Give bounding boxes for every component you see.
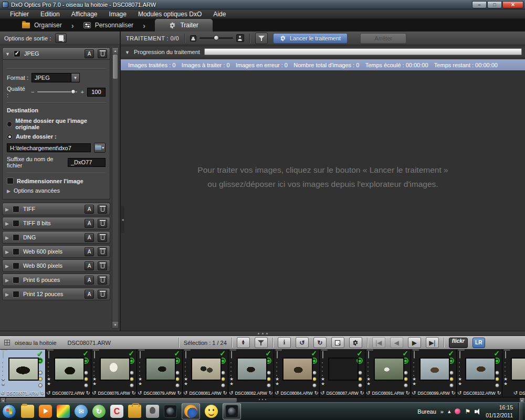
dxo-camera-active-icon[interactable]	[225, 405, 238, 418]
thumbnail-cell[interactable]: DSC08087.ARW	[320, 350, 365, 397]
other-folder-radio[interactable]	[7, 134, 13, 140]
delete-preset-button[interactable]	[98, 247, 107, 256]
delete-preset-button[interactable]	[98, 276, 107, 285]
rename-preset-button[interactable]: A	[85, 49, 94, 58]
rotate-left-icon[interactable]	[92, 390, 96, 396]
thunderbird-icon[interactable]	[75, 405, 88, 418]
quality-plus-button[interactable]	[80, 89, 83, 95]
rotate-left-icon[interactable]	[457, 390, 461, 396]
thumbnail-photo[interactable]	[511, 358, 525, 381]
toolbox-icon[interactable]	[128, 405, 141, 418]
panel-collapse-handle[interactable]	[121, 206, 124, 233]
expand-arrow-icon[interactable]	[5, 291, 9, 297]
star-rating[interactable]	[458, 377, 462, 386]
expand-arrow-icon[interactable]	[5, 234, 9, 240]
hidden-icons-arrow[interactable]	[448, 408, 451, 415]
color-label-dots[interactable]	[267, 371, 271, 387]
color-label-dots[interactable]	[221, 371, 225, 387]
delete-preset-button[interactable]	[98, 49, 107, 58]
delete-preset-button[interactable]	[98, 205, 107, 214]
quality-value[interactable]: 100	[87, 88, 106, 97]
rotate-left-icon[interactable]	[513, 390, 518, 396]
thumbnail-cell[interactable]: DSC08079.ARW	[137, 350, 183, 397]
format-enabled-checkbox[interactable]	[13, 248, 19, 255]
jpeg-enabled-checkbox[interactable]	[14, 50, 20, 57]
rotate-right-icon[interactable]	[223, 390, 227, 396]
rotate-right-icon[interactable]	[406, 390, 410, 396]
delete-image-icon[interactable]	[368, 351, 369, 358]
minimize-button[interactable]: –	[472, 1, 487, 8]
output-format-row[interactable]: TIFF A	[2, 203, 110, 215]
thumbnail-photo[interactable]	[374, 358, 404, 381]
quality-minus-button[interactable]	[31, 89, 34, 95]
menu-item[interactable]: Image	[103, 9, 132, 18]
sort-button[interactable]: ▲▼	[237, 337, 250, 348]
last-image-button[interactable]: ▶|	[426, 337, 439, 348]
delete-preset-button[interactable]	[98, 233, 107, 242]
same-folder-radio[interactable]	[7, 121, 12, 127]
rotate-right-icon[interactable]	[452, 390, 456, 396]
color-label-dots[interactable]	[175, 371, 180, 387]
media-player-icon[interactable]	[39, 405, 52, 418]
delete-preset-button[interactable]	[98, 261, 107, 270]
color-label-dots[interactable]	[449, 371, 454, 387]
explorer-icon[interactable]	[21, 405, 34, 418]
thumbnail-cell[interactable]: DSC08084.ARW	[274, 350, 320, 397]
maximize-button[interactable]: □	[487, 1, 502, 8]
color-label-dots[interactable]	[38, 371, 43, 387]
destination-path-input[interactable]	[7, 143, 91, 152]
rotate-right-icon[interactable]	[497, 390, 501, 396]
lightroom-export-button[interactable]: LR	[472, 338, 485, 348]
browse-folder-button[interactable]	[94, 143, 106, 153]
format-select[interactable]: JPEG	[32, 73, 80, 82]
menu-item[interactable]: Fichier	[4, 9, 35, 18]
updater-icon[interactable]	[92, 405, 106, 418]
quality-slider-handle[interactable]	[71, 89, 76, 94]
image-viewer-icon[interactable]	[57, 405, 70, 418]
collapse-arrow-icon[interactable]	[125, 49, 130, 55]
rename-preset-button[interactable]: A	[85, 261, 94, 270]
resize-checkbox[interactable]	[7, 177, 14, 184]
thumbnail-cell[interactable]: DSC08099.ARW	[411, 350, 457, 397]
delete-preset-button[interactable]	[98, 290, 107, 299]
info-button[interactable]: i	[278, 337, 291, 348]
delete-image-icon[interactable]	[94, 351, 95, 358]
settings-button[interactable]	[349, 337, 362, 348]
thumbnail-cell[interactable]: DSC08072.ARW	[46, 350, 91, 397]
ccleaner-icon[interactable]	[110, 405, 123, 418]
thumbnail-cell[interactable]: DSC08076.ARW	[91, 350, 137, 397]
rename-preset-button[interactable]: A	[85, 219, 94, 228]
delete-image-icon[interactable]	[48, 351, 49, 358]
tab-personnaliser[interactable]: Personnaliser	[76, 19, 141, 32]
delete-preset-button[interactable]	[98, 219, 107, 228]
tab-traiter[interactable]: Traiter	[155, 19, 213, 32]
photo-portrait-icon[interactable]	[146, 405, 159, 418]
tab-organiser[interactable]: Organiser	[15, 19, 69, 32]
delete-image-icon[interactable]	[459, 351, 460, 358]
start-button[interactable]	[2, 404, 16, 418]
add-output-button[interactable]	[55, 33, 67, 43]
delete-image-icon[interactable]	[140, 351, 141, 358]
desktop-toolbar-label[interactable]: Bureau	[417, 408, 436, 415]
rotate-left-icon[interactable]	[366, 390, 370, 396]
rotate-right-icon[interactable]	[314, 390, 319, 396]
thumbnail-cell[interactable]: DSC08081.ARW	[183, 350, 228, 397]
output-format-row[interactable]: DNG A	[2, 231, 110, 244]
expand-arrow-icon[interactable]	[5, 220, 9, 226]
rotate-left-icon[interactable]	[183, 390, 187, 396]
thumbnail-photo[interactable]	[465, 358, 496, 381]
rotate-right-icon[interactable]	[86, 390, 90, 396]
star-rating[interactable]	[366, 377, 371, 386]
rotate-right-icon[interactable]	[40, 390, 45, 396]
processing-drop-zone[interactable]: Pour traiter vos images, cliquez sur le …	[121, 70, 525, 331]
output-format-row[interactable]: Print 6 pouces A	[2, 274, 110, 286]
thumbnail-cell[interactable]: DSC0	[502, 350, 525, 397]
delete-image-icon[interactable]	[231, 351, 232, 358]
thumbnail-photo[interactable]	[237, 358, 267, 381]
rename-preset-button[interactable]: A	[85, 247, 94, 256]
thumbnail-photo[interactable]	[145, 358, 176, 381]
thumbnail-cell[interactable]: DSC08102.ARW	[457, 350, 502, 397]
size-slider-handle[interactable]	[214, 35, 219, 40]
menu-item[interactable]: Aide	[207, 9, 232, 18]
rotate-left-icon[interactable]	[275, 390, 279, 396]
